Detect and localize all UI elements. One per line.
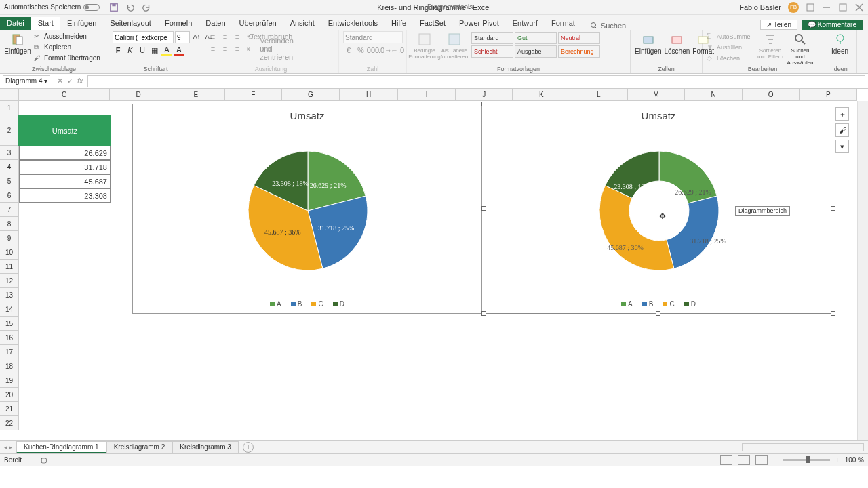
tab-hilfe[interactable]: Hilfe (384, 17, 413, 30)
formula-input[interactable] (87, 75, 865, 87)
delete-cells-button[interactable]: Löschen (664, 31, 690, 55)
name-box[interactable]: Diagramm 4▾ (3, 75, 50, 87)
row-9[interactable]: 9 (0, 231, 18, 245)
sort-filter-button[interactable]: Sortieren und Filtern (757, 31, 784, 60)
sheet-nav-next[interactable]: ▸ (9, 443, 12, 451)
indent-dec-icon[interactable]: ⇤ (244, 43, 255, 54)
style-neutral[interactable]: Neutral (558, 32, 600, 44)
chart-doughnut[interactable]: Umsatz 26.629 ; 21%31.718 ; 25%45.687 ; … (484, 104, 833, 314)
legend-item-C[interactable]: C (663, 300, 674, 308)
align-bot-icon[interactable]: ≡ (232, 31, 243, 42)
col-H[interactable]: H (340, 89, 399, 100)
row-1[interactable]: 1 (0, 101, 18, 115)
currency-icon[interactable]: € (343, 45, 354, 56)
legend-item-B[interactable]: B (291, 300, 302, 308)
col-D[interactable]: D (110, 89, 167, 100)
sheet-tab-2[interactable]: Kreisdiagramm 3 (172, 441, 239, 453)
col-L[interactable]: L (570, 89, 628, 100)
cells-area[interactable]: Umsatz 26.629 31.718 45.687 23.308 Umsat… (19, 101, 857, 440)
format-painter-button[interactable]: 🖌Format übertragen (34, 53, 100, 63)
col-P[interactable]: P (800, 89, 857, 100)
cancel-formula-icon[interactable]: ✕ (57, 77, 63, 85)
legend-item-D[interactable]: D (684, 300, 696, 308)
tab-format[interactable]: Format (545, 17, 582, 30)
col-I[interactable]: I (398, 89, 456, 100)
row-20[interactable]: 20 (0, 388, 18, 402)
paste-button[interactable]: Einfügen (4, 31, 31, 55)
row-21[interactable]: 21 (0, 402, 18, 416)
zoom-in-button[interactable]: + (835, 456, 840, 464)
cell-c5[interactable]: 45.687 (19, 174, 111, 188)
legend-item-B[interactable]: B (642, 300, 654, 308)
align-top-icon[interactable]: ≡ (208, 31, 218, 42)
legend-item-A[interactable]: A (270, 300, 281, 308)
tab-start[interactable]: Start (31, 17, 60, 30)
toggle-icon[interactable] (83, 4, 100, 11)
autosave-toggle[interactable]: Automatisches Speichern (4, 3, 100, 11)
font-size-select[interactable] (175, 31, 190, 43)
col-O[interactable]: O (743, 89, 800, 100)
pie-plot[interactable]: 26.629 ; 21%31.718 ; 25%45.687 ; 36%23.3… (133, 123, 483, 292)
row-12[interactable]: 12 (0, 274, 18, 288)
chart-legend[interactable]: ABCD (484, 300, 833, 308)
undo-icon[interactable] (125, 3, 135, 12)
sheet-tab-1[interactable]: Kreisdiagramm 2 (106, 441, 173, 453)
tab-einfügen[interactable]: Einfügen (60, 17, 103, 30)
slice-C[interactable] (599, 186, 674, 270)
col-C[interactable]: C (19, 89, 110, 100)
legend-item-D[interactable]: D (333, 300, 344, 308)
cell-c3[interactable]: 26.629 (19, 146, 111, 160)
close-icon[interactable] (854, 3, 864, 12)
maximize-icon[interactable] (838, 3, 848, 12)
cell-c6[interactable]: 23.308 (19, 188, 111, 203)
resize-handle-sw[interactable] (481, 311, 486, 316)
row-19[interactable]: 19 (0, 373, 18, 388)
number-format-select[interactable] (343, 31, 403, 43)
row-7[interactable]: 7 (0, 203, 18, 217)
share-button[interactable]: ↗ Teilen (760, 20, 797, 30)
cut-button[interactable]: ✂Ausschneiden (34, 31, 100, 41)
chart-filter-button[interactable]: ▾ (835, 140, 849, 153)
resize-handle-nw[interactable] (481, 102, 486, 106)
conditional-formatting-button[interactable]: Bedingte Formatierung (411, 31, 438, 60)
cell-c2-header[interactable]: Umsatz (19, 115, 111, 146)
resize-handle-w[interactable] (481, 206, 486, 211)
resize-handle-se[interactable] (831, 311, 835, 316)
view-normal-button[interactable] (720, 455, 732, 465)
sheet-tab-0[interactable]: Kuchen-Ringdiagramm 1 (16, 441, 106, 453)
col-N[interactable]: N (685, 89, 743, 100)
tab-entwurf[interactable]: Entwurf (506, 17, 545, 30)
tab-power pivot[interactable]: Power Pivot (452, 17, 506, 30)
resize-handle-ne[interactable] (831, 102, 835, 106)
legend-item-C[interactable]: C (311, 300, 323, 308)
thousands-icon[interactable]: 000 (368, 45, 378, 56)
row-14[interactable]: 14 (0, 302, 18, 317)
resize-handle-n[interactable] (656, 102, 660, 106)
resize-handle-e[interactable] (831, 206, 835, 211)
legend-item-A[interactable]: A (621, 300, 633, 308)
style-ausgabe[interactable]: Ausgabe (515, 45, 557, 58)
sheet-nav-prev[interactable]: ◂ (4, 443, 7, 451)
minimize-icon[interactable] (822, 3, 831, 12)
find-select-button[interactable]: Suchen und Auswählen (787, 31, 814, 66)
fx-icon[interactable]: fx (77, 77, 83, 85)
col-K[interactable]: K (513, 89, 570, 100)
row-2[interactable]: 2 (0, 115, 18, 146)
search-box[interactable]: Suchen (590, 22, 626, 30)
col-J[interactable]: J (456, 89, 513, 100)
insert-cells-button[interactable]: Einfügen (635, 31, 661, 55)
style-standard[interactable]: Standard (471, 32, 513, 44)
dec-decimal-icon[interactable]: ←.0 (392, 45, 403, 56)
row-4[interactable]: 4 (0, 160, 18, 174)
border-button[interactable]: ▦ (149, 45, 160, 56)
redo-icon[interactable] (142, 3, 151, 12)
chart-title[interactable]: Umsatz (133, 104, 481, 123)
row-headers[interactable]: 12345678910111213141516171819202122 (0, 101, 19, 430)
worksheet-grid[interactable]: CDEFGHIJKLMNOP 1234567891011121314151617… (0, 89, 868, 440)
format-as-table-button[interactable]: Als Tabelle formatieren (441, 31, 468, 60)
view-pagebreak-button[interactable] (755, 455, 768, 465)
percent-icon[interactable]: % (355, 45, 366, 56)
row-10[interactable]: 10 (0, 245, 18, 260)
align-left-icon[interactable]: ≡ (208, 43, 218, 54)
clear-button[interactable]: ◇Löschen (707, 53, 754, 63)
